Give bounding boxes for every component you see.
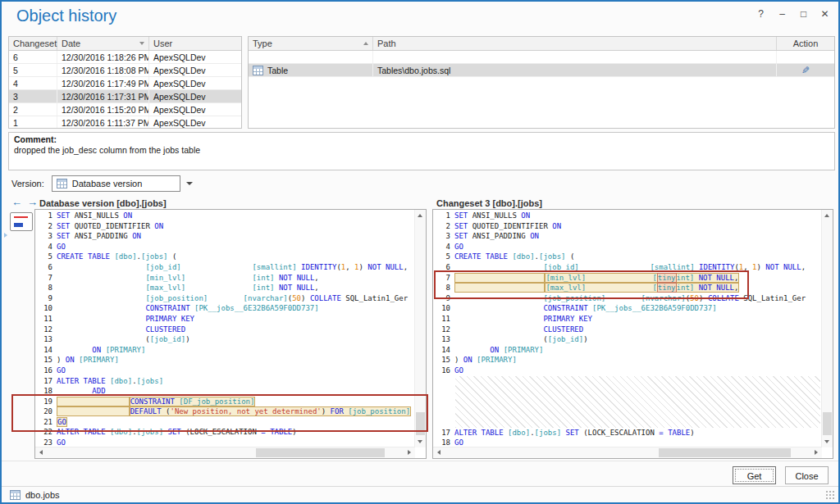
cell: ApexSQLDev	[149, 64, 241, 76]
close-button[interactable]: Close	[785, 466, 829, 484]
diff-added-marker	[14, 223, 23, 227]
line-number: 12	[433, 325, 454, 335]
column-header-changeset[interactable]: Changeset	[9, 37, 57, 50]
edit-pencil-icon[interactable]: ✎	[801, 65, 810, 76]
status-object-label: dbo.jobs	[25, 490, 60, 500]
changeset-row[interactable]: 212/30/2016 1:15:20 PMApexSQLDev	[9, 103, 241, 116]
code-line: 18GO	[433, 438, 821, 447]
code-line: 22ALTER TABLE [dbo].[jobs] SET (LOCK_ESC…	[35, 427, 414, 438]
code-line: 1SET ANSI_NULLS ON	[433, 211, 821, 221]
code-line: 13 ([job_id])	[35, 334, 414, 345]
table-icon	[10, 490, 21, 500]
vertical-scrollbar[interactable]	[414, 210, 426, 447]
get-button[interactable]: Get	[733, 466, 776, 484]
line-number: 7	[433, 273, 454, 284]
version-value: Database version	[72, 179, 143, 188]
object-grid: TypePathAction TableTables\dbo.jobs.sql✎	[248, 36, 835, 129]
scroll-left-icon[interactable]	[39, 450, 43, 455]
scroll-left-icon[interactable]	[437, 450, 441, 455]
line-number: 21	[35, 417, 57, 428]
scroll-up-icon[interactable]	[824, 214, 829, 217]
code-line: 1SET ANSI_NULLS ON	[35, 211, 414, 221]
previous-difference-icon[interactable]: ←	[11, 197, 22, 207]
line-number: 15	[35, 355, 57, 366]
code-line: 16GO	[35, 366, 414, 376]
close-window-icon[interactable]: ✕	[818, 8, 832, 21]
column-header-user[interactable]: User	[149, 37, 241, 50]
column-header-action[interactable]: Action	[777, 37, 834, 50]
help-window-icon[interactable]: ?	[754, 8, 768, 21]
comment-label: Comment:	[14, 134, 829, 145]
scrollbar-thumb[interactable]	[416, 412, 425, 435]
code-line: 11 PRIMARY KEY	[433, 314, 821, 325]
chevron-down-icon[interactable]	[186, 182, 193, 185]
line-number: 13	[35, 334, 57, 345]
changeset-row[interactable]: 612/30/2016 1:18:26 PMApexSQLDev	[9, 51, 241, 64]
scrollbar-thumb[interactable]	[823, 412, 832, 435]
changeset-grid-body: 612/30/2016 1:18:26 PMApexSQLDev512/30/2…	[9, 51, 241, 129]
cell: ApexSQLDev	[149, 90, 241, 102]
horizontal-scrollbar[interactable]	[433, 447, 822, 458]
version-combobox[interactable]: Database version	[52, 175, 180, 192]
horizontal-scrollbar[interactable]	[35, 447, 415, 458]
line-number: 16	[433, 366, 454, 376]
line-number: 19	[35, 397, 57, 407]
next-difference-icon[interactable]: →	[27, 197, 38, 207]
code-line: 14 ON [PRIMARY]	[35, 345, 414, 356]
object-row[interactable]: TableTables\dbo.jobs.sql✎	[249, 64, 834, 77]
code-line: 15) ON [PRIMARY]	[433, 355, 821, 366]
diff-removed-marker	[14, 216, 28, 218]
scroll-down-icon[interactable]	[418, 440, 422, 443]
line-number: 1	[433, 211, 454, 221]
scrollbar-thumb[interactable]	[256, 448, 385, 457]
cell: ApexSQLDev	[149, 116, 241, 129]
changeset-row[interactable]: 112/30/2016 1:11:37 PMApexSQLDev	[9, 116, 241, 129]
object-row[interactable]	[249, 51, 834, 64]
scroll-right-icon[interactable]	[408, 450, 411, 455]
cell: 3	[9, 90, 57, 102]
version-row: Version: Database version	[11, 175, 193, 192]
scroll-up-icon[interactable]	[418, 214, 422, 217]
minimize-window-icon[interactable]: –	[775, 8, 789, 21]
line-number: 13	[433, 334, 454, 345]
code-line: 12 CLUSTERED	[433, 325, 821, 335]
maximize-window-icon[interactable]: □	[797, 8, 810, 21]
line-number: 7	[35, 273, 57, 284]
cell: 12/30/2016 1:17:31 PM	[57, 90, 149, 102]
scroll-down-icon[interactable]	[824, 440, 829, 443]
line-number: 17	[433, 428, 454, 438]
scroll-right-icon[interactable]	[815, 450, 818, 455]
changeset-row[interactable]: 512/30/2016 1:18:08 PMApexSQLDev	[9, 64, 241, 77]
missing-lines-hatch	[455, 376, 820, 428]
column-header-date[interactable]: Date	[57, 37, 149, 50]
status-bar: dbo.jobs	[2, 486, 838, 502]
column-header-type[interactable]: Type	[249, 37, 373, 50]
vertical-scrollbar[interactable]	[821, 210, 833, 447]
changeset-row[interactable]: 312/30/2016 1:17:31 PMApexSQLDev	[9, 90, 241, 103]
right-code-editor: 1SET ANSI_NULLS ON2SET QUOTED_IDENTIFIER…	[432, 209, 833, 459]
line-number: 18	[433, 438, 454, 447]
code-line: 11 PRIMARY KEY	[35, 314, 414, 325]
sort-asc-icon	[363, 42, 368, 45]
code-line: 4GO	[35, 242, 414, 252]
resize-grip[interactable]	[825, 490, 835, 500]
column-header-path[interactable]: Path	[373, 37, 777, 50]
comment-box: Comment: dropped the job_desc column fro…	[8, 132, 835, 170]
line-number: 6	[35, 262, 57, 273]
diff-overview-icon[interactable]	[10, 212, 33, 231]
line-number: 16	[35, 366, 57, 376]
sort-desc-icon	[139, 42, 144, 45]
path-cell	[373, 51, 777, 63]
left-code-editor: 1SET ANSI_NULLS ON2SET QUOTED_IDENTIFIER…	[34, 209, 427, 459]
code-line: 10 CONSTRAINT [PK__jobs__6E32B6A59F0DD73…	[433, 303, 821, 314]
cell: 1	[9, 116, 57, 129]
left-code-lines: 1SET ANSI_NULLS ON2SET QUOTED_IDENTIFIER…	[35, 211, 414, 447]
changeset-row[interactable]: 412/30/2016 1:17:49 PMApexSQLDev	[9, 77, 241, 90]
code-line: 3SET ANSI_PADDING ON	[35, 231, 414, 242]
cell: 5	[9, 64, 57, 76]
code-line: 6 [job_id] [smallint] IDENTITY(1, 1) NOT…	[35, 262, 414, 273]
version-label: Version:	[11, 179, 44, 188]
code-line: 21GO	[35, 417, 414, 428]
code-line: 2SET QUOTED_IDENTIFIER ON	[35, 221, 414, 232]
scrollbar-thumb[interactable]	[659, 448, 791, 457]
